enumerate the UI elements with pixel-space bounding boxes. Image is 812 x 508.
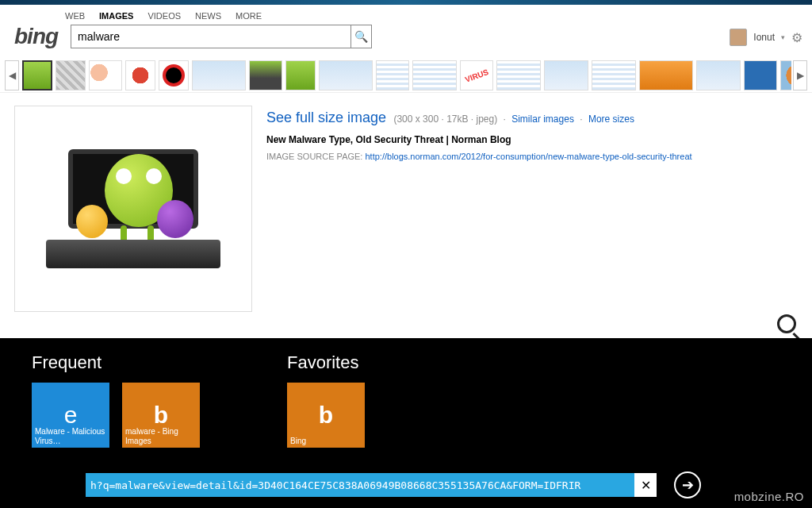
- thumbnail[interactable]: [376, 60, 409, 90]
- thumbnail[interactable]: [22, 60, 52, 90]
- detail-area: See full size image (300 x 300 · 17kB · …: [0, 93, 812, 325]
- thumbnail[interactable]: [780, 60, 791, 90]
- similar-images-link[interactable]: Similar images: [511, 114, 574, 125]
- nav-images[interactable]: IMAGES: [99, 11, 133, 21]
- image-title: New Malware Type, Old Security Threat | …: [266, 132, 692, 148]
- nav-web[interactable]: WEB: [65, 11, 85, 21]
- address-bar: ✕: [86, 473, 657, 497]
- magnifier-icon[interactable]: [777, 314, 796, 333]
- top-nav: WEB IMAGES VIDEOS NEWS MORE: [0, 5, 812, 24]
- thumbnail[interactable]: [496, 60, 541, 90]
- favorites-group: Favorites b Bing: [287, 352, 365, 448]
- image-preview[interactable]: [14, 106, 252, 312]
- thumbnail[interactable]: [89, 60, 122, 90]
- nav-more[interactable]: MORE: [236, 11, 262, 21]
- favorites-title: Favorites: [287, 352, 365, 373]
- more-sizes-link[interactable]: More sizes: [588, 114, 634, 125]
- address-input[interactable]: [86, 473, 634, 497]
- bing-page: WEB IMAGES VIDEOS NEWS MORE bing 🔍 Ionut…: [0, 5, 812, 338]
- address-clear-button[interactable]: ✕: [634, 473, 657, 497]
- tile-label: malware - Bing Images: [125, 427, 197, 445]
- go-button[interactable]: ➔: [674, 471, 701, 498]
- thumbnail[interactable]: [319, 60, 373, 90]
- thumbnail[interactable]: [639, 60, 693, 90]
- thumbnail-strip: ◀: [0, 57, 812, 93]
- search-input[interactable]: [71, 25, 350, 48]
- source-url-link[interactable]: http://blogs.norman.com/2012/for-consump…: [366, 152, 692, 161]
- strip-prev-button[interactable]: ◀: [5, 60, 19, 90]
- gear-icon[interactable]: ⚙: [791, 30, 802, 45]
- thumbnail[interactable]: [460, 60, 493, 90]
- tile-bing-images[interactable]: b malware - Bing Images: [122, 383, 200, 448]
- thumbnail[interactable]: [159, 60, 189, 90]
- nav-news[interactable]: NEWS: [195, 11, 221, 21]
- metro-start-bar: Frequent e Malware - Malicious Virus… b …: [0, 338, 812, 508]
- bing-logo[interactable]: bing: [14, 24, 58, 49]
- image-meta: See full size image (300 x 300 · 17kB · …: [266, 106, 692, 312]
- watermark: mobzine.RO: [734, 490, 804, 503]
- strip-next-button[interactable]: ▶: [793, 60, 807, 90]
- tile-label: Malware - Malicious Virus…: [35, 427, 106, 445]
- thumbnail[interactable]: [192, 60, 246, 90]
- search-icon: 🔍: [354, 30, 368, 43]
- header-row: bing 🔍: [0, 24, 812, 57]
- user-area: Ionut ▾ ⚙: [730, 29, 802, 46]
- arrow-right-icon: ➔: [682, 476, 694, 494]
- thumbnail[interactable]: [412, 60, 457, 90]
- chevron-down-icon[interactable]: ▾: [781, 33, 785, 41]
- avatar[interactable]: [730, 29, 747, 46]
- thumbnail[interactable]: [56, 60, 86, 90]
- thumbnail[interactable]: [696, 60, 741, 90]
- thumbnail[interactable]: [285, 60, 316, 90]
- thumbnails: [21, 60, 791, 90]
- user-name[interactable]: Ionut: [753, 32, 775, 43]
- tile-ie[interactable]: e Malware - Malicious Virus…: [32, 383, 109, 448]
- thumbnail[interactable]: [544, 60, 588, 90]
- tile-bing-fav[interactable]: b Bing: [287, 383, 365, 448]
- frequent-group: Frequent e Malware - Malicious Virus… b …: [32, 352, 200, 448]
- tile-label: Bing: [290, 437, 362, 446]
- thumbnail[interactable]: [592, 60, 636, 90]
- thumbnail[interactable]: [744, 60, 777, 90]
- nav-videos[interactable]: VIDEOS: [147, 11, 181, 21]
- thumbnail[interactable]: [125, 60, 155, 90]
- malware-illustration: [46, 149, 220, 268]
- close-icon: ✕: [641, 479, 651, 492]
- thumbnail[interactable]: [249, 60, 282, 90]
- address-bar-row: ✕ ➔: [86, 471, 701, 498]
- full-size-link[interactable]: See full size image: [266, 110, 386, 125]
- search-box: 🔍: [71, 25, 372, 48]
- frequent-title: Frequent: [32, 352, 200, 373]
- search-button[interactable]: 🔍: [350, 25, 371, 48]
- image-dimensions: (300 x 300 · 17kB · jpeg): [393, 114, 497, 125]
- source-label: IMAGE SOURCE PAGE:: [266, 152, 362, 161]
